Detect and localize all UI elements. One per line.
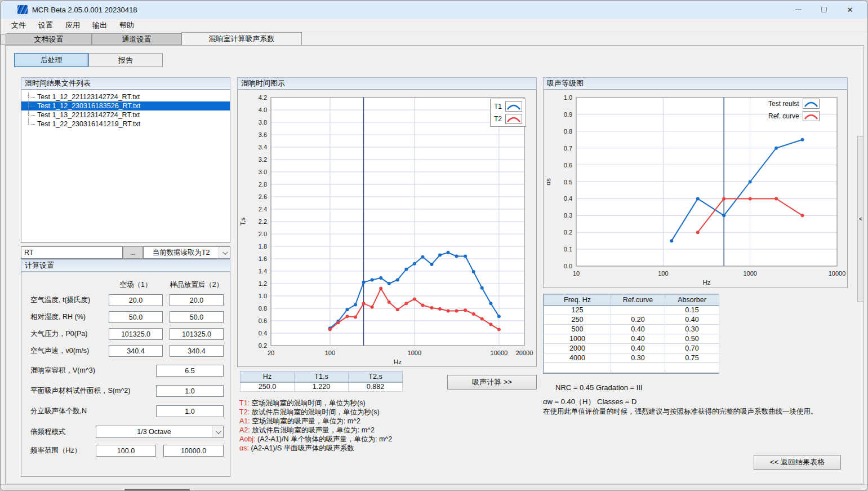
calc-column-0: 空场（1） [109, 280, 163, 290]
nrc-result: NRC = 0.45 Gradation = III [555, 383, 643, 392]
rt-chart-svg[interactable]: 0.20.40.60.81.01.21.41.61.82.02.22.42.62… [238, 90, 536, 366]
list-item[interactable]: Test 1_13_221123142724_RT.txt [21, 110, 230, 120]
table-cell: 0.20 [611, 315, 665, 325]
freq-range-label: 频率范围（Hz） [30, 446, 96, 455]
list-item[interactable]: Test 1_12_230316183526_RT.txt [21, 101, 230, 110]
annotation-text: (A2-A1)/N 单个物体的吸声量，单位为: m^2 [257, 435, 392, 443]
annotation-text: 放试件后混响室的混响时间，单位为秒(s) [252, 408, 380, 416]
calc-row: 大气压力，P0(Pa) [30, 328, 224, 340]
rt-name-input[interactable] [21, 246, 123, 259]
calc-settings-form: 空场（1）样品放置后（2）空气温度, t(摄氏度)相对湿度, RH (%)大气压… [21, 272, 230, 477]
tab-0[interactable]: 文档设置 [6, 33, 92, 45]
legend-entry: T2 [494, 114, 522, 124]
minimize-icon [795, 10, 802, 10]
annotation-line: A1: 空场混响室的吸声量，单位为: m^2 [239, 417, 538, 426]
svg-text:4.0: 4.0 [259, 107, 267, 113]
result-note: 在使用此单值评价量的时候，强烈建议与按照标准获得的完整的吸声系数曲线一块使用。 [543, 407, 818, 417]
freq-min-input[interactable] [96, 445, 156, 457]
collapse-panel-handle[interactable]: < [857, 136, 864, 302]
annotation-text: 放试件后混响室的吸声量，单位为: m^2 [252, 426, 375, 434]
calc-input-field1[interactable] [109, 311, 163, 323]
maximize-button[interactable] [811, 1, 837, 19]
return-results-button[interactable]: << 返回结果表格 [754, 455, 841, 470]
table-cell: 1.220 [295, 382, 349, 392]
calc-input-field1[interactable] [109, 294, 163, 306]
list-item[interactable]: Test 1_22_230316141219_RT.txt [21, 120, 230, 129]
menu-item-1[interactable]: 设置 [32, 19, 59, 32]
annotation-label: T1: [239, 399, 252, 407]
tab-2[interactable]: 混响室计算吸声系数 [181, 32, 302, 45]
legend-entry: Ref. curve [768, 111, 820, 121]
annotation-label: αs: [239, 444, 251, 452]
subtab-1[interactable]: 报告 [88, 53, 163, 67]
rt-readout-table: HzT1,sT2,s250.01.2200.882 [240, 371, 403, 392]
svg-text:αs: αs [545, 178, 551, 185]
calc-input-field2[interactable] [170, 294, 224, 306]
grade-chart-title: 吸声等级图 [547, 78, 584, 89]
svg-text:2.8: 2.8 [259, 181, 267, 188]
table-cell: 0.40 [611, 344, 665, 353]
table-header-cell: Freq. Hz [544, 295, 611, 306]
svg-text:0.4: 0.4 [564, 195, 572, 202]
window-title: MCR Beta 2.05.0.001 20230418 [32, 6, 137, 14]
calc-input-field1[interactable] [109, 328, 163, 340]
table-cell: 4000 [544, 353, 611, 363]
annotation-line: T2: 放试件后混响室的混响时间，单位为秒(s) [239, 408, 538, 417]
legend-label: T2 [494, 115, 502, 123]
svg-text:2.0: 2.0 [259, 231, 267, 237]
calc-single-input[interactable] [156, 405, 224, 417]
calc-single-input[interactable] [156, 385, 224, 397]
close-button[interactable]: ✕ [837, 1, 863, 19]
menu-item-4[interactable]: 帮助 [113, 19, 140, 32]
calc-panel-header: 计算设置 [21, 259, 230, 272]
grade-table: Freq. HzRef.curveAbsorber1250.152500.200… [544, 294, 719, 373]
legend-label: T1 [494, 103, 502, 110]
calc-row-label: 空气温度, t(摄氏度) [30, 295, 109, 305]
data-read-select[interactable]: 当前数据读取为T2 [143, 246, 230, 259]
svg-text:0.8: 0.8 [564, 128, 572, 135]
chevron-down-icon[interactable] [212, 426, 223, 437]
svg-text:1000: 1000 [408, 350, 421, 356]
chevron-down-icon[interactable] [219, 247, 230, 258]
file-name: Test 1_22_230316141219_RT.txt [35, 120, 143, 128]
browse-button[interactable]: ... [123, 246, 143, 259]
calc-row-label: 大气压力，P0(Pa) [30, 329, 109, 339]
table-row: 1250.15 [544, 306, 719, 315]
svg-text:2.2: 2.2 [259, 218, 267, 225]
calc-input-field2[interactable] [170, 345, 224, 357]
calc-row: 相对湿度, RH (%) [30, 311, 224, 323]
annotation-label: T2: [239, 408, 252, 416]
octave-mode-select[interactable]: 1/3 Octave [96, 426, 224, 438]
formula-annotations: T1: 空场混响室的混响时间，单位为秒(s)T2: 放试件后混响室的混响时间，单… [239, 399, 538, 453]
calc-single-input[interactable] [156, 365, 224, 377]
list-item[interactable]: Test 1_12_221123142724_RT.txt [21, 92, 230, 101]
annotation-text: 空场混响室的混响时间，单位为秒(s) [252, 399, 366, 407]
menu-item-3[interactable]: 输出 [86, 19, 113, 32]
series-curve-icon [505, 114, 522, 124]
table-cell [611, 306, 665, 315]
calc-input-field2[interactable] [170, 328, 224, 340]
calc-input-field1[interactable] [109, 345, 163, 357]
menu-item-0[interactable]: 文件 [5, 19, 32, 32]
svg-text:10: 10 [573, 270, 580, 277]
annotation-line: Aobj: (A2-A1)/N 单个物体的吸声量，单位为: m^2 [239, 435, 538, 444]
tab-1[interactable]: 通道设置 [92, 33, 181, 45]
svg-text:0.1: 0.1 [564, 246, 572, 253]
table-cell: 0.70 [665, 344, 719, 353]
svg-text:0.2: 0.2 [259, 342, 267, 349]
minimize-button[interactable] [785, 1, 811, 19]
freq-max-input[interactable] [163, 445, 224, 457]
rt-file-list[interactable]: Test 1_12_221123142724_RT.txtTest 1_12_2… [21, 90, 230, 243]
calc-single-row: 混响室容积，V(m^3) [30, 365, 224, 377]
svg-text:T,s: T,s [239, 217, 246, 225]
octave-mode-label: 倍频程模式 [30, 427, 96, 437]
app-icon [17, 5, 28, 14]
subtab-0[interactable]: 后处理 [14, 53, 88, 67]
calc-input-field2[interactable] [170, 311, 224, 323]
bottom-scrollbar-thumb[interactable] [124, 489, 190, 491]
menu-item-2[interactable]: 应用 [59, 19, 86, 32]
table-cell: 500 [544, 325, 611, 334]
series-curve-icon [803, 111, 820, 121]
calc-row-label: 混响室容积，V(m^3) [30, 366, 156, 375]
absorb-calc-button[interactable]: 吸声计算 >> [447, 375, 537, 390]
